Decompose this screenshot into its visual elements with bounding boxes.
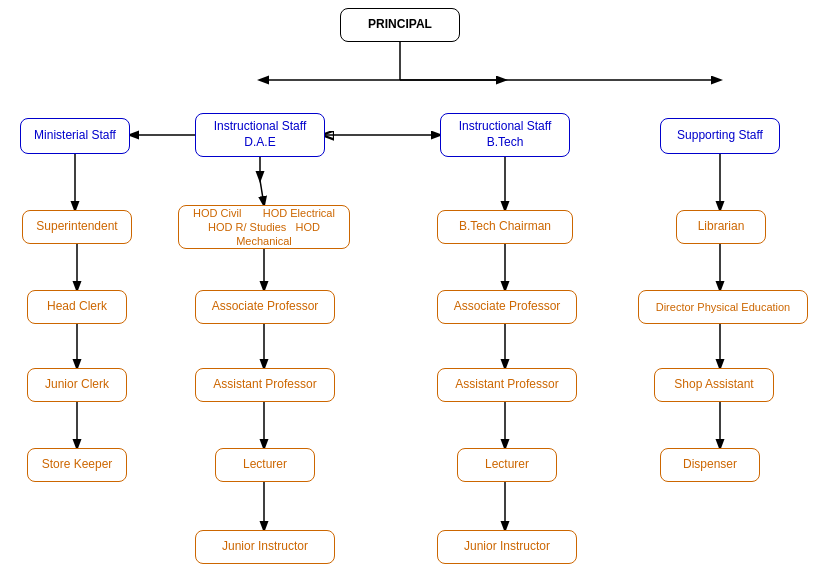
asst-prof-btech-node: Assistant Professor <box>437 368 577 402</box>
asst-prof-dae-node: Assistant Professor <box>195 368 335 402</box>
assoc-prof-btech-node: Associate Professor <box>437 290 577 324</box>
inst-dae-label: Instructional StaffD.A.E <box>214 119 307 150</box>
org-chart: PRINCIPAL Ministerial Staff Instructiona… <box>0 0 822 588</box>
head-clerk-node: Head Clerk <box>27 290 127 324</box>
hod-box-node: HOD Civil HOD ElectricalHOD R/ Studies H… <box>178 205 350 249</box>
instructional-staff-dae-node: Instructional StaffD.A.E <box>195 113 325 157</box>
shop-assistant-node: Shop Assistant <box>654 368 774 402</box>
instructional-staff-btech-node: Instructional StaffB.Tech <box>440 113 570 157</box>
svg-line-11 <box>260 180 264 205</box>
ministerial-staff-node: Ministerial Staff <box>20 118 130 154</box>
assoc-prof-dae-node: Associate Professor <box>195 290 335 324</box>
store-keeper-node: Store Keeper <box>27 448 127 482</box>
junior-clerk-node: Junior Clerk <box>27 368 127 402</box>
lecturer-dae-node: Lecturer <box>215 448 315 482</box>
principal-node: PRINCIPAL <box>340 8 460 42</box>
junior-instructor-btech-node: Junior Instructor <box>437 530 577 564</box>
librarian-node: Librarian <box>676 210 766 244</box>
lecturer-btech-node: Lecturer <box>457 448 557 482</box>
inst-btech-label: Instructional StaffB.Tech <box>459 119 552 150</box>
superintendent-node: Superintendent <box>22 210 132 244</box>
junior-instructor-dae-node: Junior Instructor <box>195 530 335 564</box>
hod-label: HOD Civil HOD ElectricalHOD R/ Studies H… <box>185 206 343 249</box>
btech-chairman-node: B.Tech Chairman <box>437 210 573 244</box>
dispenser-node: Dispenser <box>660 448 760 482</box>
supporting-staff-node: Supporting Staff <box>660 118 780 154</box>
director-phys-ed-node: Director Physical Education <box>638 290 808 324</box>
